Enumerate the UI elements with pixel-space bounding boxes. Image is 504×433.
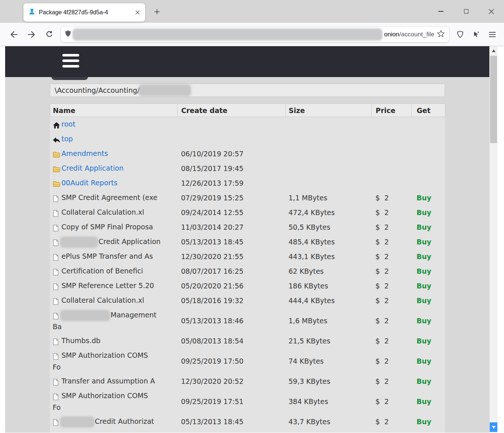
buy-link[interactable]: Buy	[417, 432, 431, 433]
item-price	[372, 132, 412, 146]
up-arrow-icon	[492, 50, 496, 52]
column-header-name: Name	[50, 104, 178, 117]
item-price: $ 2	[372, 234, 412, 249]
item-price: $ 2	[372, 205, 412, 220]
minimize-button[interactable]	[428, 0, 453, 23]
redacted-text	[62, 418, 93, 426]
table-row: top	[50, 132, 445, 146]
file-icon	[53, 222, 62, 233]
url-text: onion/account_file	[384, 31, 434, 38]
buy-link[interactable]: Buy	[417, 194, 431, 202]
pointer-sparkle-icon[interactable]	[470, 28, 483, 41]
buy-link[interactable]: Buy	[417, 377, 431, 385]
item-date: 05/13/2013 18:45	[178, 414, 286, 429]
new-tab-button[interactable]	[150, 5, 164, 18]
folder-icon	[53, 163, 62, 174]
item-size	[286, 117, 372, 132]
buy-link[interactable]: Buy	[417, 397, 431, 405]
back-button[interactable]	[7, 28, 21, 41]
bookmark-star-icon[interactable]	[437, 30, 445, 39]
table-row: root	[50, 117, 445, 132]
item-size	[286, 146, 372, 161]
item-name: Collateral Calculation.xl	[62, 208, 145, 216]
buy-link[interactable]: Buy	[417, 282, 431, 290]
file-icon	[53, 350, 62, 361]
item-name: Transfer and Assumption A	[62, 377, 155, 385]
reload-icon[interactable]	[42, 28, 56, 41]
maximize-button[interactable]	[453, 0, 479, 23]
buy-link[interactable]: Buy	[417, 317, 431, 325]
site-menu-button[interactable]	[62, 54, 79, 70]
item-size: 59,3 KBytes	[286, 374, 372, 389]
table-row: SMP Authorization COMS Fo 09/25/2019 17:…	[50, 348, 445, 374]
item-size: 43,7 KBytes	[286, 414, 372, 429]
column-header-get: Get	[412, 104, 445, 117]
item-size: 62 KBytes	[286, 264, 372, 279]
table-row: SMP Credit Agreement (exe 07/29/2019 15:…	[50, 190, 445, 205]
item-price: $ 2	[372, 279, 412, 293]
item-name[interactable]: Amendments	[62, 149, 108, 157]
item-size: 443,1 KBytes	[286, 249, 372, 264]
item-date: 05/13/2013 18:46	[178, 308, 286, 334]
page-scrollbar[interactable]	[489, 46, 497, 433]
buy-link[interactable]: Buy	[417, 267, 431, 275]
table-row: Certification of Benefici 08/07/2017 16:…	[50, 264, 445, 279]
item-price: $ 2	[372, 249, 412, 264]
item-name: Management Ba	[53, 311, 157, 331]
folder-icon	[53, 178, 62, 189]
file-icon	[53, 336, 62, 347]
tab-title: Package 4f2827d5-9d5a-4	[39, 9, 129, 16]
item-date: 05/13/2013 18:45	[178, 234, 286, 249]
scrollbar-thumb[interactable]	[490, 56, 497, 143]
scrollbar-up-button[interactable]	[490, 46, 497, 55]
item-date	[178, 117, 286, 132]
file-icon	[53, 193, 62, 204]
item-name: Copy of SMP Final Proposa	[62, 223, 153, 231]
buy-link[interactable]: Buy	[417, 418, 431, 426]
item-size: 485,4 KBytes	[286, 234, 372, 249]
menu-button[interactable]	[486, 28, 499, 41]
item-price: $ 2	[372, 374, 412, 389]
buy-link[interactable]: Buy	[417, 357, 431, 365]
item-date: 05/16/2016 18:47	[178, 429, 286, 433]
protections-shield-icon[interactable]	[453, 28, 467, 41]
item-price	[372, 117, 412, 132]
scrollbar-down-button[interactable]	[490, 422, 497, 432]
navigation-toolbar: onion/account_file	[0, 23, 504, 46]
window-controls	[428, 0, 504, 23]
buy-link[interactable]: Buy	[417, 223, 431, 231]
tab-bar: Package 4f2827d5-9d5a-4	[0, 0, 504, 23]
buy-link[interactable]: Buy	[417, 337, 431, 345]
item-name[interactable]: Credit Application	[62, 164, 124, 172]
item-size: 1,6 MBytes	[286, 308, 372, 334]
forward-button[interactable]	[25, 28, 39, 41]
item-name[interactable]: top	[62, 135, 73, 143]
buy-link[interactable]: Buy	[417, 208, 431, 216]
item-date: 05/18/2016 19:32	[178, 293, 286, 308]
browser-tab[interactable]: Package 4f2827d5-9d5a-4	[23, 3, 145, 22]
breadcrumb-text: \Accounting/Accounting/	[55, 86, 139, 94]
file-icon	[53, 237, 62, 248]
item-name[interactable]: 00Audit Reports	[62, 179, 118, 187]
file-table: Name Create date Size Price Get root top	[50, 103, 445, 433]
buy-link[interactable]: Buy	[417, 296, 431, 305]
buy-link[interactable]: Buy	[417, 238, 431, 246]
page-content: \Accounting/Accounting/ Name Create date…	[5, 46, 489, 433]
site-permissions-shield-icon[interactable]	[65, 30, 71, 38]
tab-close-icon[interactable]	[133, 8, 142, 17]
item-name[interactable]: root	[62, 120, 76, 128]
item-size	[286, 176, 372, 190]
close-button[interactable]	[479, 0, 504, 23]
item-name: Credit Authorizat	[62, 417, 154, 425]
column-header-date: Create date	[178, 104, 286, 117]
table-row: AP Report.xlsx 05/16/2016 18:47 100,9 KB…	[50, 429, 445, 433]
buy-link[interactable]: Buy	[417, 252, 431, 261]
item-price: $ 2	[372, 414, 412, 429]
item-date: 08/15/2017 19:45	[178, 161, 286, 176]
item-date: 12/26/2013 17:59	[178, 176, 286, 190]
item-name: SMP Credit Agreement (exe	[62, 193, 158, 201]
item-date: 06/10/2019 20:57	[178, 146, 286, 161]
item-price	[372, 176, 412, 190]
item-name: Credit Application	[62, 237, 161, 245]
url-bar[interactable]: onion/account_file	[61, 27, 449, 42]
